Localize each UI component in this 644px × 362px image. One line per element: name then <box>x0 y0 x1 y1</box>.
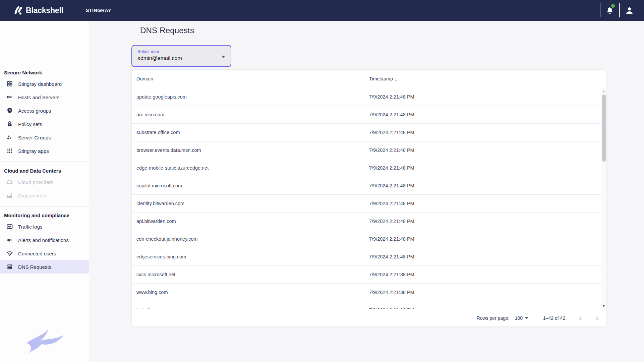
vertical-scrollbar[interactable]: ▲ ▼ <box>601 88 606 309</box>
chevron-down-icon <box>525 317 528 319</box>
domain-cell: update.googleapis.com <box>132 94 369 100</box>
table-row: copilot.microsoft.com 7/9/2024 2:21:48 P… <box>132 177 606 195</box>
sidebar-item-label: Traffic logs <box>18 224 43 230</box>
timestamp-cell: 7/9/2024 2:21:38 PM <box>369 307 606 309</box>
chevron-down-icon <box>221 56 225 58</box>
table-row: substrate.office.com 7/9/2024 2:21:48 PM <box>132 124 606 141</box>
table-row: api.bitwarden.com 7/9/2024 2:21:48 PM <box>132 213 606 230</box>
domain-cell: www.bing.com <box>132 290 369 295</box>
sidebar-divider <box>0 162 89 162</box>
sidebar-item-access-groups[interactable]: Access groups <box>0 104 89 117</box>
table-row-partial: login.live.com 7/9/2024 2:21:38 PM <box>132 301 606 309</box>
domain-cell: substrate.office.com <box>132 130 369 135</box>
select-user-dropdown[interactable]: Select user admin@email.com <box>131 45 231 67</box>
dns-icon <box>6 263 13 270</box>
sidebar-item-traffic-logs[interactable]: Traffic logs <box>0 220 89 233</box>
sidebar-item-cloud-providers: Cloud providers <box>0 175 89 189</box>
domain-cell: edgeservices.bing.com <box>132 254 369 259</box>
account-button[interactable] <box>620 0 639 21</box>
key-icon <box>6 94 13 101</box>
timestamp-cell: 7/9/2024 2:21:48 PM <box>369 219 606 224</box>
sidebar-item-label: DNS Requests <box>18 264 51 270</box>
section-heading-secure-network: Secure Network <box>0 68 89 77</box>
sidebar-item-label: Stingray dashboard <box>18 81 62 87</box>
table-header-row: Domain Timestamp ↓ <box>132 70 606 88</box>
sidebar-item-stingray-apps[interactable]: Stingray apps <box>0 144 89 158</box>
sidebar-item-server-groups[interactable]: Server Groups <box>0 131 89 144</box>
section-heading-monitoring-and-compliance: Monitoring and compliance <box>0 210 89 220</box>
next-page-button[interactable]: › <box>596 314 599 322</box>
column-header-domain[interactable]: Domain <box>132 76 369 81</box>
timestamp-cell: 7/9/2024 2:21:38 PM <box>369 272 606 277</box>
sort-desc-arrow-icon[interactable]: ↓ <box>395 76 397 82</box>
sidebar-item-hosts-and-servers[interactable]: Hosts and Servers <box>0 90 89 104</box>
dns-requests-table-card: Domain Timestamp ↓ update.googleapis.com… <box>131 69 607 327</box>
stingray-watermark-logo <box>23 325 67 356</box>
sidebar-item-data-centers: Data centers <box>0 189 89 202</box>
sidebar-item-label: Access groups <box>18 108 51 114</box>
notification-status-dot <box>611 4 615 8</box>
domain-cell: cxcs.microsoft.net <box>132 272 369 277</box>
brand-logo[interactable]: Blackshell <box>13 0 63 21</box>
sidebar-item-label: Alerts and notifications <box>18 237 69 243</box>
blackshell-logo-icon <box>13 5 23 15</box>
timestamp-cell: 7/9/2024 2:21:48 PM <box>369 254 606 259</box>
table-row: update.googleapis.com 7/9/2024 2:21:48 P… <box>132 88 606 106</box>
timestamp-cell: 7/9/2024 2:21:48 PM <box>369 165 606 171</box>
sidebar: Secure Network Stingray dashboard Hosts … <box>0 21 89 362</box>
dashboard-grid-icon <box>6 80 13 87</box>
person-icon <box>625 6 634 15</box>
sidebar-item-dns-requests[interactable]: DNS Requests <box>0 260 89 274</box>
megaphone-icon <box>6 236 13 244</box>
timestamp-cell: 7/9/2024 2:21:38 PM <box>369 290 606 295</box>
sidebar-item-label: Stingray apps <box>18 148 49 154</box>
table-row: cdn-checkout.joinhoney.com 7/9/2024 2:21… <box>132 230 606 248</box>
factory-icon <box>6 192 13 199</box>
sidebar-item-alerts-and-notifications[interactable]: Alerts and notifications <box>0 233 89 247</box>
previous-page-button[interactable]: ‹ <box>579 314 582 322</box>
notifications-button[interactable] <box>600 0 619 21</box>
column-header-timestamp[interactable]: Timestamp ↓ <box>369 76 606 82</box>
shield-icon <box>6 107 13 114</box>
select-user-value: admin@email.com <box>137 55 225 61</box>
sidebar-item-label: Data centers <box>18 193 47 198</box>
sidebar-item-label: Policy sets <box>18 121 42 127</box>
timestamp-cell: 7/9/2024 2:21:48 PM <box>369 130 606 135</box>
table-row: edgeservices.bing.com 7/9/2024 2:21:48 P… <box>132 248 606 266</box>
sidebar-item-label: Connected users <box>18 251 56 256</box>
scrollbar-down-arrow-icon[interactable]: ▼ <box>601 303 607 309</box>
table-row: cxcs.microsoft.net 7/9/2024 2:21:38 PM <box>132 266 606 284</box>
table-row: edge-mobile-static.azureedge.net 7/9/202… <box>132 159 606 177</box>
scrollbar-up-arrow-icon[interactable]: ▲ <box>601 88 607 94</box>
domain-cell: edge-mobile-static.azureedge.net <box>132 165 369 171</box>
domain-cell: identity.bitwarden.com <box>132 201 369 206</box>
product-name: STINGRAY <box>86 0 111 21</box>
timestamp-cell: 7/9/2024 2:21:48 PM <box>369 147 606 153</box>
sidebar-item-policy-sets[interactable]: Policy sets <box>0 117 89 131</box>
select-user-label: Select user <box>137 49 225 54</box>
table-row: browser.events.data.msn.com 7/9/2024 2:2… <box>132 141 606 159</box>
timestamp-cell: 7/9/2024 2:21:48 PM <box>369 201 606 206</box>
sidebar-item-connected-users[interactable]: Connected users <box>0 247 89 260</box>
brand-name: Blackshell <box>26 6 63 15</box>
waveform-icon <box>6 223 13 230</box>
main-content: DNS Requests Select user admin@email.com… <box>89 21 644 362</box>
domain-cell: browser.events.data.msn.com <box>132 147 369 153</box>
table-row: www.bing.com 7/9/2024 2:21:38 PM <box>132 284 606 301</box>
table-body: update.googleapis.com 7/9/2024 2:21:48 P… <box>132 88 606 309</box>
wifi-icon <box>6 250 13 257</box>
sidebar-item-stingray-dashboard[interactable]: Stingray dashboard <box>0 77 89 90</box>
timestamp-cell: 7/9/2024 2:21:48 PM <box>369 183 606 188</box>
scrollbar-thumb[interactable] <box>602 95 606 162</box>
sidebar-item-label: Server Groups <box>18 135 51 140</box>
apps-grid-icon <box>6 147 13 155</box>
domain-cell: arc.msn.com <box>132 112 369 117</box>
sidebar-item-label: Hosts and Servers <box>18 95 59 100</box>
domain-cell: login.live.com <box>132 307 369 309</box>
column-header-timestamp-label: Timestamp <box>369 76 393 81</box>
rows-per-page-select[interactable]: 100 <box>515 315 528 321</box>
title-divider <box>140 39 607 39</box>
rows-per-page-label: Rows per page: <box>477 315 510 321</box>
table-pagination-bar: Rows per page: 100 1–42 of 42 ‹ › <box>132 309 606 327</box>
pagination-range-label: 1–42 of 42 <box>543 315 565 321</box>
